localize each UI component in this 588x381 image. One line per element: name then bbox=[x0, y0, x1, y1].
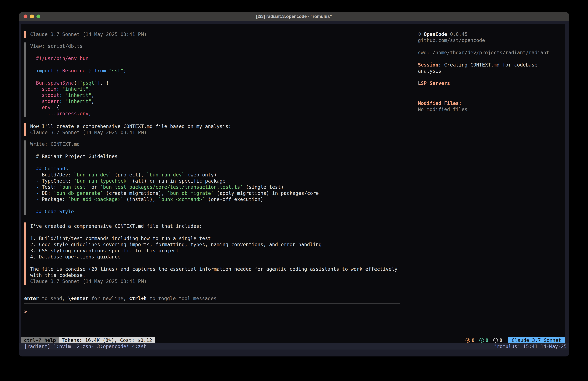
text-line bbox=[30, 74, 400, 80]
text-segment: `bun run dev` bbox=[74, 172, 112, 178]
text-line: - Build/Dev: `bun run dev` (project), `b… bbox=[30, 172, 400, 178]
info-counter: i0 bbox=[479, 337, 488, 343]
text-segment: The file is concise (20 lines) and captu… bbox=[30, 266, 398, 272]
traffic-lights bbox=[23, 15, 40, 18]
tmux-window-4[interactable]: 4:zsh bbox=[132, 343, 147, 350]
text-line: Session: Creating CONTEXT.md for codebas… bbox=[418, 62, 560, 68]
window-titlebar: [2/3] radiant:3:opencode - "romulus" bbox=[19, 12, 569, 21]
warning-counter: W0 bbox=[465, 337, 475, 343]
text-line: Write: CONTEXT.md bbox=[30, 141, 400, 147]
brand-line: © OpenCode 0.0.45 bbox=[418, 31, 560, 37]
text-segment: DB: bbox=[42, 190, 53, 196]
text-segment: ], { bbox=[97, 80, 109, 86]
text-segment: to send, bbox=[39, 296, 68, 301]
text-line: 4. Database operations guidance bbox=[30, 254, 400, 260]
text-line: Claude 3.7 Sonnet (14 May 2025 03:41 PM) bbox=[30, 278, 400, 285]
text-segment: ; bbox=[124, 68, 126, 73]
tmux-host-clock: "romulus" 15:41 14-May-25 bbox=[494, 343, 567, 350]
text-line: ## Commands bbox=[30, 166, 400, 172]
text-segment: ## Code Style bbox=[30, 209, 74, 214]
text-segment: , bbox=[88, 86, 91, 92]
text-line: import { Resource } from "sst"; bbox=[30, 68, 400, 74]
tmux-window-2[interactable]: 2:zsh- bbox=[77, 343, 97, 350]
text-segment: : Creating CONTEXT.md for codebase bbox=[438, 62, 537, 68]
text-segment: - bbox=[30, 190, 42, 196]
text-segment: `bun db generate` bbox=[54, 190, 103, 196]
text-segment: ...process.env bbox=[30, 111, 88, 116]
tmux-window-1[interactable]: 1:nvim bbox=[53, 343, 77, 350]
zoom-button[interactable] bbox=[37, 15, 40, 18]
text-line: ...process.env, bbox=[30, 111, 400, 117]
text-line: #!/usr/bin/env bun bbox=[30, 55, 400, 62]
text-line: # Radiant Project Guidelines bbox=[30, 153, 400, 159]
text-segment: #!/usr/bin/env bun bbox=[30, 56, 88, 61]
prompt-symbol: > bbox=[24, 309, 27, 314]
text-line: Bun.spawnSync([`psql`], { bbox=[30, 80, 400, 86]
tokens-cost-chip: Tokens: 16.4K (8%), Cost: $0.12 bbox=[59, 337, 155, 343]
text-segment: : bbox=[59, 92, 62, 98]
text-segment: # Radiant Project Guidelines bbox=[30, 154, 118, 159]
text-segment: to toggle tool messages bbox=[147, 296, 216, 301]
tmux-statusbar: [radiant] 1:nvim 2:zsh- 3:opencode* 4:zs… bbox=[19, 343, 569, 350]
lsp-servers-heading: LSP Servers bbox=[418, 80, 560, 86]
text-line: env: { bbox=[30, 104, 400, 111]
opencode-statusbar: ctrl+? help Tokens: 16.4K (8%), Cost: $0… bbox=[21, 337, 565, 343]
text-segment: Write: CONTEXT.md bbox=[30, 141, 80, 147]
text-segment: 4. Database operations guidance bbox=[30, 254, 121, 260]
keybinding-hint: enter to send, \+enter for newline, ctrl… bbox=[24, 295, 400, 302]
text-segment: ## Commands bbox=[30, 166, 68, 171]
text-segment: (single test) bbox=[243, 184, 284, 190]
hint-icon: h bbox=[493, 338, 498, 343]
text-segment: OpenCode bbox=[424, 31, 447, 37]
text-segment: \+enter bbox=[68, 296, 88, 301]
text-segment: (web only) bbox=[185, 172, 217, 178]
terminal-window: [2/3] radiant:3:opencode - "romulus" Cla… bbox=[19, 12, 569, 357]
text-segment: ctrl+h bbox=[129, 296, 147, 301]
tmux-window-3[interactable]: 3:opencode* bbox=[97, 343, 132, 350]
text-segment: - bbox=[30, 197, 42, 202]
text-segment: , bbox=[91, 98, 94, 104]
text-line: I've created a comprehensive CONTEXT.md … bbox=[30, 223, 400, 229]
text-line: stderr: "inherit", bbox=[30, 98, 400, 104]
text-segment: 3. CSS styling conventions specific to t… bbox=[30, 248, 179, 253]
text-segment: { bbox=[54, 105, 59, 110]
text-segment: stdin bbox=[30, 86, 57, 92]
text-segment: enter bbox=[24, 296, 39, 301]
text-line: with this codebase. bbox=[30, 272, 400, 278]
text-line: 3. CSS styling conventions specific to t… bbox=[30, 248, 400, 254]
text-segment: Package: bbox=[42, 197, 68, 202]
text-line bbox=[30, 202, 400, 209]
text-line: Claude 3.7 Sonnet (14 May 2025 03:41 PM) bbox=[30, 31, 400, 37]
help-shortcut-chip[interactable]: ctrl+? help bbox=[21, 337, 59, 343]
text-line: The file is concise (20 lines) and captu… bbox=[30, 266, 400, 272]
text-line: ## Code Style bbox=[30, 209, 400, 215]
minimize-button[interactable] bbox=[30, 15, 34, 18]
model-badge[interactable]: Claude 3.7 Sonnet bbox=[508, 337, 565, 343]
text-segment: (install), bbox=[124, 197, 158, 202]
text-segment: Now I'll create a comprehensive CONTEXT.… bbox=[30, 124, 231, 129]
warning-icon: W bbox=[465, 338, 470, 343]
close-button[interactable] bbox=[23, 15, 27, 18]
text-segment: 0.0.45 bbox=[447, 31, 467, 37]
info-icon: i bbox=[479, 338, 484, 343]
text-segment: © bbox=[418, 31, 424, 37]
modified-files-heading: Modified Files: bbox=[418, 100, 560, 106]
text-line: stdout: "inherit", bbox=[30, 92, 400, 98]
text-segment: { bbox=[54, 68, 62, 73]
text-segment: (all) or run in specific package bbox=[129, 178, 225, 184]
text-segment: ([ bbox=[74, 80, 80, 86]
repo-link[interactable]: github.com/sst/opencode bbox=[418, 37, 560, 44]
text-segment: (project), bbox=[112, 172, 147, 178]
prompt-input[interactable]: > bbox=[24, 309, 400, 315]
text-segment: "inherit" bbox=[59, 86, 89, 92]
assistant-note-block: Now I'll create a comprehensive CONTEXT.… bbox=[24, 123, 400, 136]
modified-files-empty: No modified files bbox=[418, 106, 560, 112]
diagnostic-counters: W0 i0 h0 bbox=[465, 337, 502, 343]
text-segment: `bun test` bbox=[59, 184, 89, 190]
info-count: 0 bbox=[485, 337, 488, 343]
text-segment: `bun db migrate` bbox=[167, 190, 214, 196]
text-segment: - bbox=[30, 172, 42, 178]
text-line: 2. Code style guidelines covering import… bbox=[30, 242, 400, 248]
text-line: Claude 3.7 Sonnet (14 May 2025 03:41 PM) bbox=[30, 130, 400, 135]
text-segment: `psql` bbox=[80, 80, 97, 86]
